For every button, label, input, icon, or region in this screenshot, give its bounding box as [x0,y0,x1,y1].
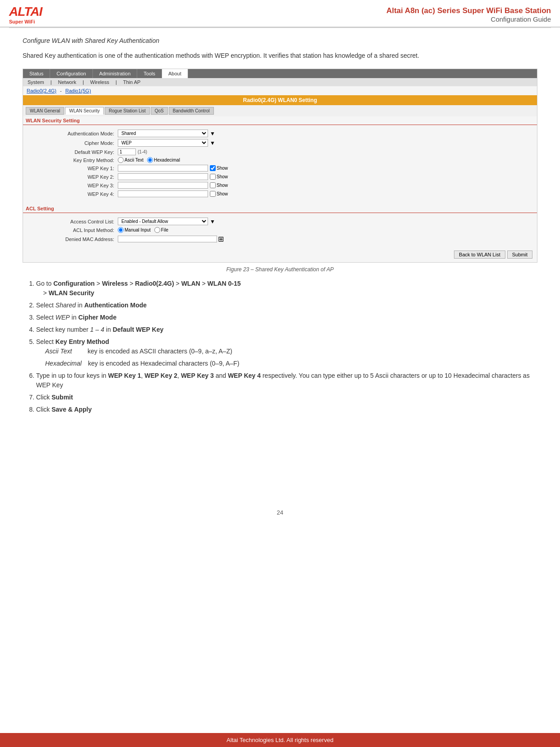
ascii-text-item: Ascii Text key is encoded as ASCII chara… [45,347,537,356]
key-entry-method-row: Key Entry Method: Ascii Text Hexadecimal [28,157,532,163]
hexadecimal-value: key is encoded as Hexadecimal characters… [88,359,239,368]
denied-mac-label: Denied MAC Address: [28,237,118,242]
panel-title: Radio0(2.4G) WLAN0 Setting [23,95,537,105]
wep-key2-input-area: Show [118,173,228,180]
sub-nav-thin-ap[interactable]: Thin AP [120,79,143,85]
wep-key2-input[interactable] [118,173,208,180]
footer-text: Altai Technologies Ltd. All rights reser… [227,737,333,743]
auth-mode-select[interactable]: Shared [118,130,208,137]
wep-key4-input[interactable] [118,190,208,197]
inner-tab-bandwidth[interactable]: Bandwidth Control [169,107,214,115]
wep-key2-show-text: Show [217,174,228,179]
sub-nav: System | Network | Wireless | Thin AP [23,78,537,86]
wep-key1-label: WEP Key 1: [28,166,118,171]
radio-tab-5g[interactable]: Radio1(5G) [65,88,91,93]
wep-key1-show-text: Show [217,166,228,171]
wep-key1-input[interactable] [118,165,208,172]
inner-tab-rogue-station[interactable]: Rogue Station List [105,107,150,115]
tab-about[interactable]: About [162,69,188,78]
access-control-label: Access Control List: [28,219,118,224]
denied-mac-input[interactable] [118,236,217,242]
cipher-mode-label: Cipher Mode: [28,140,118,146]
back-to-wlan-list-button[interactable]: Back to WLAN List [454,251,505,259]
inner-tab-wlan-general[interactable]: WLAN General [26,107,64,115]
screenshot-box: Status Configuration Administration Tool… [23,69,537,263]
main-content: Configure WLAN with Shared Key Authentic… [0,28,560,528]
acl-manual-label: Manual Input [125,227,151,232]
hexadecimal-option[interactable]: Hexadecimal [147,157,180,163]
acl-manual-option[interactable]: Manual Input [118,227,151,233]
instruction-item-2: Select Shared in Authentication Mode [36,301,537,310]
radio-tabs: Radio0(2.4G) - Radio1(5G) [23,86,537,95]
ascii-text-option[interactable]: Ascii Text [118,157,143,163]
radio-tab-24g[interactable]: Radio0(2.4G) [27,88,56,93]
sub-nav-separator2: | [80,79,87,85]
wep-key1-show-label[interactable]: Show [210,165,228,171]
wep-key1-row: WEP Key 1: Show [28,165,532,172]
wep-key4-show-checkbox[interactable] [210,191,216,197]
wep-key3-input-area: Show [118,182,228,189]
inner-tab-wlan-security[interactable]: WLAN Security [65,107,104,115]
ascii-text-label: Ascii Text [125,158,143,162]
inner-tabs: WLAN General WLAN Security Rogue Station… [23,105,537,116]
submit-button[interactable]: Submit [507,251,532,259]
wep-key3-show-text: Show [217,183,228,188]
logo-area: ALTAI Super WiFi [9,5,63,24]
default-wep-key-label: Default WEP Key: [28,149,118,155]
ascii-text-radio[interactable] [118,157,124,163]
hexadecimal-radio[interactable] [147,157,153,163]
acl-file-option[interactable]: File [154,227,168,233]
acl-section-header: ACL Setting [23,204,537,213]
tab-status[interactable]: Status [23,69,50,78]
instruction-item-4: Select key number 1 – 4 in Default WEP K… [36,325,537,334]
wep-key4-show-text: Show [217,191,228,196]
acl-form: Access Control List: Enabled - Default A… [23,216,537,247]
cipher-mode-select[interactable]: WEP [118,139,208,147]
hexadecimal-item: Hexadecimal key is encoded as Hexadecima… [45,359,537,368]
acl-manual-radio[interactable] [118,227,124,233]
sub-nav-separator1: | [48,79,55,85]
wep-key2-show-label[interactable]: Show [210,174,228,180]
page-header: ALTAI Super WiFi Altai A8n (ac) Series S… [0,0,560,28]
key-entry-sub-list: Ascii Text key is encoded as ASCII chara… [45,347,537,368]
key-entry-label: Key Entry Method: [28,158,118,163]
acl-file-radio[interactable] [154,227,160,233]
default-wep-key-row: Default WEP Key: (1-4) [28,148,532,155]
tab-administration[interactable]: Administration [93,69,138,78]
wep-key3-label: WEP Key 3: [28,183,118,188]
spacer [23,419,537,509]
wep-key3-show-checkbox[interactable] [210,182,216,188]
wep-key4-label: WEP Key 4: [28,191,118,197]
wep-key1-show-checkbox[interactable] [210,165,216,171]
header-title: Altai A8n (ac) Series Super WiFi Base St… [386,6,551,23]
wep-key2-show-checkbox[interactable] [210,174,216,180]
sub-nav-system[interactable]: System [25,79,47,85]
wlan-security-section-header: WLAN Security Setting [23,116,537,125]
range-note: (1-4) [138,149,147,154]
sub-nav-network[interactable]: Network [56,79,79,85]
nav-tabs: Status Configuration Administration Tool… [23,69,537,78]
access-control-select[interactable]: Enabled - Default Allow [118,218,208,225]
wep-key3-show-label[interactable]: Show [210,182,228,188]
tab-tools[interactable]: Tools [137,69,162,78]
hexadecimal-key: Hexadecimal [45,359,82,368]
acl-file-label: File [161,227,168,232]
instruction-item-3: Select WEP in Cipher Mode [36,313,537,322]
wep-key3-row: WEP Key 3: Show [28,182,532,189]
denied-mac-icon[interactable]: ⊞ [218,235,224,243]
page-footer: Altai Technologies Ltd. All rights reser… [0,733,560,747]
access-control-arrow: ▼ [210,218,215,225]
intro-paragraph: Shared Key authentication is one of the … [23,51,537,60]
wep-key1-input-area: Show [118,165,228,172]
sub-nav-wireless[interactable]: Wireless [88,79,112,85]
denied-mac-row: Denied MAC Address: ⊞ [28,235,532,243]
wep-key4-show-label[interactable]: Show [210,191,228,197]
button-area: Back to WLAN List Submit [23,247,537,262]
sub-nav-separator3: | [113,79,120,85]
wep-key3-input[interactable] [118,182,208,189]
tab-configuration[interactable]: Configuration [50,69,93,78]
acl-input-label: ACL Input Method: [28,227,118,233]
default-wep-key-input[interactable] [118,148,136,155]
inner-tab-qos[interactable]: QoS [151,107,168,115]
access-control-row: Access Control List: Enabled - Default A… [28,218,532,225]
